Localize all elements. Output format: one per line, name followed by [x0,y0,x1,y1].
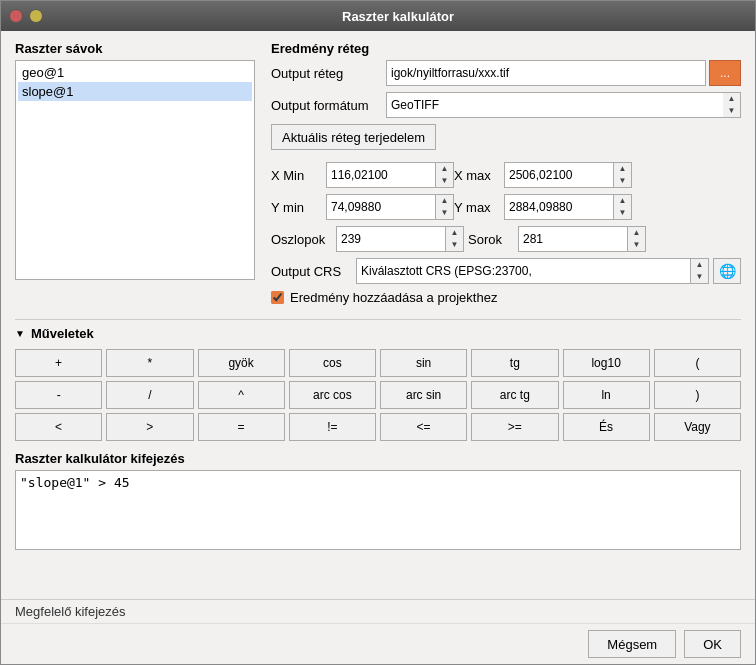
xmin-input[interactable] [326,162,436,188]
window: Raszter kalkulátor Raszter sávok geo@1 s… [0,0,756,665]
btn-lt[interactable]: < [15,413,102,441]
raster-item-slope[interactable]: slope@1 [18,82,252,101]
ymax-input[interactable] [504,194,614,220]
btn-minus[interactable]: - [15,381,102,409]
btn-row-1: + * gyök cos sin tg log10 ( [15,349,741,377]
btn-row-2: - / ^ arc cos arc sin arc tg ln ) [15,381,741,409]
crs-text: Kiválasztott CRS (EPSG:23700, [356,258,691,284]
raster-item-geo[interactable]: geo@1 [18,63,252,82]
close-button[interactable] [9,9,23,23]
eredmeny-reteg-title: Eredmény réteg [271,41,741,56]
btn-lte[interactable]: <= [380,413,467,441]
oszlopok-label: Oszlopok [271,232,336,247]
btn-sin[interactable]: sin [380,349,467,377]
ok-button[interactable]: OK [684,630,741,658]
btn-power[interactable]: ^ [198,381,285,409]
format-select-wrapper: GeoTIFF ▲ ▼ [386,92,741,118]
checkbox-row: Eredmény hozzáadása a projekthez [271,290,741,305]
btn-gt[interactable]: > [106,413,193,441]
sorok-label: Sorok [468,232,518,247]
output-formatum-label: Output formátum [271,98,386,113]
ymin-spin[interactable]: ▲ ▼ [436,194,454,220]
btn-row-3: < > = != <= >= És Vagy [15,413,741,441]
expression-section: Raszter kalkulátor kifejezés "slope@1" >… [15,451,741,553]
output-formatum-row: Output formátum GeoTIFF ▲ ▼ [271,92,741,118]
window-title: Raszter kalkulátor [49,9,747,24]
crs-select-arrow[interactable]: ▲ ▼ [691,258,709,284]
btn-arccos[interactable]: arc cos [289,381,376,409]
aktualis-row: Aktuális réteg terjedelem [271,124,741,156]
btn-arctg[interactable]: arc tg [471,381,558,409]
format-select[interactable]: GeoTIFF [386,92,741,118]
btn-close-paren[interactable]: ) [654,381,741,409]
btn-neq[interactable]: != [289,413,376,441]
output-path-input[interactable] [386,60,706,86]
btn-sqrt[interactable]: gyök [198,349,285,377]
grid-size-row: Oszlopok ▲ ▼ Sorok ▲ ▼ [271,226,741,252]
xmin-label: X Min [271,168,326,183]
btn-ln[interactable]: ln [563,381,650,409]
xmax-spin[interactable]: ▲ ▼ [614,162,632,188]
btn-eq[interactable]: = [198,413,285,441]
ymin-input[interactable] [326,194,436,220]
btn-and[interactable]: És [563,413,650,441]
output-reteg-row: Output réteg ... [271,60,741,86]
raster-list[interactable]: geo@1 slope@1 [15,60,255,280]
btn-gte[interactable]: >= [471,413,558,441]
btn-or[interactable]: Vagy [654,413,741,441]
muveletek-title: ▼ Műveletek [15,326,741,341]
checkbox-label: Eredmény hozzáadása a projekthez [290,290,497,305]
muveletek-section: ▼ Műveletek + * gyök cos sin tg log10 ( … [15,319,741,445]
add-to-project-checkbox[interactable] [271,291,284,304]
main-content: Raszter sávok geo@1 slope@1 Eredmény rét… [1,31,755,599]
ymax-label: Y max [454,200,504,215]
titlebar: Raszter kalkulátor [1,1,755,31]
crs-label: Output CRS [271,264,356,279]
xmax-input[interactable] [504,162,614,188]
status-bar: Megfelelő kifejezés [1,599,755,623]
y-coord-row: Y min ▲ ▼ Y max ▲ ▼ [271,194,741,220]
left-panel: Raszter sávok geo@1 slope@1 [15,41,255,309]
cancel-button[interactable]: Mégsem [588,630,676,658]
btn-multiply[interactable]: * [106,349,193,377]
btn-cos[interactable]: cos [289,349,376,377]
minimize-button[interactable] [29,9,43,23]
right-panel: Eredmény réteg Output réteg ... Output f… [271,41,741,309]
btn-divide[interactable]: / [106,381,193,409]
status-text: Megfelelő kifejezés [15,604,126,619]
expression-title: Raszter kalkulátor kifejezés [15,451,741,466]
crs-row: Output CRS Kiválasztott CRS (EPSG:23700,… [271,258,741,284]
btn-arcsin[interactable]: arc sin [380,381,467,409]
xmax-label: X max [454,168,504,183]
sorok-input[interactable] [518,226,628,252]
output-reteg-label: Output réteg [271,66,386,81]
top-section: Raszter sávok geo@1 slope@1 Eredmény rét… [15,41,741,309]
btn-open-paren[interactable]: ( [654,349,741,377]
btn-plus[interactable]: + [15,349,102,377]
crs-combo: Kiválasztott CRS (EPSG:23700, ▲ ▼ [356,258,709,284]
expression-textarea[interactable]: "slope@1" > 45 [15,470,741,550]
browse-button[interactable]: ... [709,60,741,86]
btn-tg[interactable]: tg [471,349,558,377]
collapse-icon[interactable]: ▼ [15,328,25,339]
crs-globe-button[interactable]: 🌐 [713,258,741,284]
ymin-label: Y min [271,200,326,215]
x-coord-row: X Min ▲ ▼ X max ▲ ▼ [271,162,741,188]
raster-bands-title: Raszter sávok [15,41,255,56]
sorok-spin[interactable]: ▲ ▼ [628,226,646,252]
aktualis-btn[interactable]: Aktuális réteg terjedelem [271,124,436,150]
oszlopok-input[interactable] [336,226,446,252]
bottom-bar: Mégsem OK [1,623,755,664]
oszlopok-spin[interactable]: ▲ ▼ [446,226,464,252]
xmin-spin[interactable]: ▲ ▼ [436,162,454,188]
ymax-spin[interactable]: ▲ ▼ [614,194,632,220]
btn-log10[interactable]: log10 [563,349,650,377]
